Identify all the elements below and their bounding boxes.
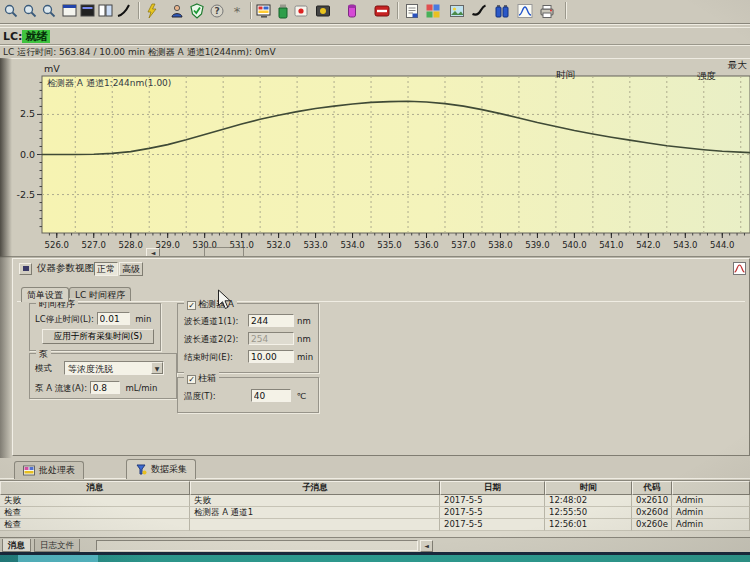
- svg-text:*: *: [234, 4, 241, 19]
- autosampler-vial-icon[interactable]: [343, 2, 361, 19]
- svg-text:537.0: 537.0: [451, 240, 475, 250]
- column-header[interactable]: 消息: [0, 481, 190, 495]
- horizontal-scrollbar[interactable]: [96, 540, 418, 551]
- instrument-parameters-panel: 仪器参数视图 正常 高级 简单设置 LC 时间程序 时间程序 LC停止时间(L)…: [12, 258, 750, 456]
- method-icon[interactable]: [424, 2, 442, 19]
- table-row[interactable]: 检查2017-5-512:56:010x260eAdmin: [0, 519, 750, 531]
- oven-temp-unit: ℃: [296, 391, 306, 401]
- help-icon[interactable]: ?: [208, 2, 226, 19]
- tab-lc-time-program[interactable]: LC 时间程序: [69, 287, 131, 302]
- log-sheet-tab-bar: 消息 日志文件 ◄: [0, 537, 750, 552]
- svg-text:539.0: 539.0: [525, 240, 549, 250]
- column-header[interactable]: 时间: [545, 481, 632, 495]
- view-tab-bar: 批处理表 数据采集: [0, 458, 750, 480]
- remote-monitor-icon[interactable]: [168, 2, 186, 19]
- detector-input-2[interactable]: [248, 332, 294, 345]
- svg-text:533.0: 533.0: [303, 240, 327, 250]
- window-tile-icon[interactable]: [97, 2, 115, 19]
- tab-data-acquisition[interactable]: 数据采集: [126, 459, 196, 479]
- svg-text:540.0: 540.0: [562, 240, 586, 250]
- detector-checkbox[interactable]: ✓: [187, 301, 196, 310]
- svg-text:检测器 A 通道1:244nm(1.00): 检测器 A 通道1:244nm(1.00): [47, 78, 171, 88]
- photo-bezel-shadow: [0, 256, 12, 458]
- svg-text:534.0: 534.0: [340, 240, 364, 250]
- pump-mode-label: 模式: [35, 363, 52, 375]
- desk-background-strip: [0, 555, 750, 562]
- detector-input-3[interactable]: [248, 350, 294, 363]
- lc-stop-time-label: LC停止时间(L):: [35, 314, 94, 326]
- batch-table-icon: [23, 465, 35, 476]
- tab-batch-table[interactable]: 批处理表: [14, 461, 84, 479]
- table-row[interactable]: 检查检测器 A 通道12017-5-512:55:500x260dAdmin: [0, 507, 750, 519]
- time-column-label: 时间: [556, 69, 575, 82]
- system-check-icon[interactable]: [188, 2, 206, 19]
- lc-status-label: LC:: [3, 30, 22, 43]
- pump-icon[interactable]: [314, 2, 332, 19]
- svg-text:-2.5: -2.5: [16, 189, 35, 200]
- pump-mode-value: 等浓度洗脱: [68, 363, 113, 376]
- zoom-out-icon[interactable]: [40, 2, 58, 19]
- message-log-table: 消息子消息日期时间代码失败失败2017-5-512:48:020x2610Adm…: [0, 480, 750, 537]
- toolbar-separator: [138, 2, 140, 19]
- zoom-icon[interactable]: [2, 2, 20, 19]
- solvent-bottles-icon[interactable]: [493, 2, 511, 19]
- svg-text:543.0: 543.0: [673, 240, 697, 250]
- stop-icon[interactable]: [373, 2, 391, 19]
- zoom-in-icon[interactable]: [21, 2, 39, 19]
- column-header[interactable]: 子消息: [190, 481, 440, 495]
- detector-group: ✓检测器 A 波长通道1(1):nm波长通道2(2):nm结束时间(E):min: [177, 303, 319, 373]
- oven-temp-label: 温度(T):: [184, 391, 248, 403]
- column-header[interactable]: [672, 481, 750, 495]
- pump-flow-input[interactable]: [90, 381, 120, 394]
- chromatogram-chart[interactable]: 2.50.0-2.5526.0527.0528.0529.0530.0531.0…: [0, 59, 750, 257]
- lc-ready-badge: 就绪: [22, 30, 50, 43]
- window-maximize-icon[interactable]: [79, 2, 97, 19]
- data-acquisition-icon: [135, 464, 147, 475]
- chevron-down-icon[interactable]: ▼: [151, 362, 163, 374]
- sheet-tab-log-file[interactable]: 日志文件: [34, 539, 80, 552]
- annotate-pen-icon[interactable]: [115, 2, 133, 19]
- max-column-label: 最大: [728, 59, 747, 72]
- detector-input-1[interactable]: [248, 314, 294, 327]
- column-header[interactable]: 日期: [440, 481, 545, 495]
- column-header[interactable]: 代码: [632, 481, 672, 495]
- settings-icon[interactable]: *: [228, 2, 246, 19]
- svg-text:535.0: 535.0: [377, 240, 401, 250]
- detector-field-row: 结束时间(E):min: [184, 350, 313, 364]
- normal-mode-button[interactable]: 正常: [94, 262, 118, 276]
- mobile-phase-bottle-icon[interactable]: [274, 2, 292, 19]
- lc-stop-time-input[interactable]: [97, 312, 130, 325]
- wizard-icon[interactable]: [143, 2, 161, 19]
- sheet-tab-messages[interactable]: 消息: [2, 539, 31, 552]
- pump-mode-select[interactable]: 等浓度洗脱 ▼: [64, 361, 164, 375]
- chromatogram-curve-icon[interactable]: [516, 2, 534, 19]
- toolbar-separator: [397, 2, 399, 19]
- report-icon[interactable]: [403, 2, 421, 19]
- panel-corner-icon[interactable]: [733, 262, 746, 275]
- table-row[interactable]: 失败失败2017-5-512:48:020x2610Admin: [0, 495, 750, 507]
- collapse-panel-button[interactable]: [19, 263, 32, 275]
- intensity-column-label: 强度: [697, 70, 716, 83]
- oven-temp-input[interactable]: [251, 389, 291, 402]
- apply-all-button[interactable]: 应用于所有采集时间(S): [42, 329, 154, 344]
- table-header-row: 消息子消息日期时间代码: [0, 481, 750, 495]
- svg-text:0.0: 0.0: [20, 149, 35, 160]
- toolbar-separator: [565, 2, 567, 19]
- snapshot-icon[interactable]: [448, 2, 466, 19]
- svg-text:526.0: 526.0: [45, 240, 69, 250]
- detector-field-row: 波长通道2(2):nm: [184, 332, 311, 346]
- svg-text:2.5: 2.5: [20, 108, 35, 119]
- tab-simple-settings[interactable]: 简单设置: [21, 287, 69, 302]
- svg-text:538.0: 538.0: [488, 240, 512, 250]
- scrollbar-left-arrow[interactable]: ◄: [420, 540, 433, 552]
- flow-cell-icon[interactable]: [292, 2, 310, 19]
- baseline-icon[interactable]: [470, 2, 488, 19]
- svg-text:544.0: 544.0: [710, 240, 734, 250]
- oven-checkbox[interactable]: ✓: [187, 375, 196, 384]
- printer-icon[interactable]: [538, 2, 556, 19]
- advanced-mode-button[interactable]: 高级: [119, 262, 143, 276]
- detector-legend: ✓检测器 A: [184, 298, 237, 311]
- window-normal-icon[interactable]: [61, 2, 79, 19]
- lc-status-bar: LC:就绪: [0, 27, 750, 44]
- instrument-monitor-icon[interactable]: [255, 2, 273, 19]
